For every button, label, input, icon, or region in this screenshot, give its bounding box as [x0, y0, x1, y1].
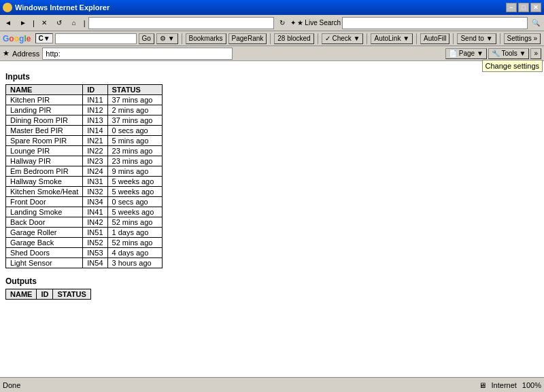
page-button[interactable]: 📄 Page ▼: [445, 48, 487, 59]
window-title: Windows Internet Explorer: [15, 3, 109, 12]
settings-button[interactable]: Settings »: [504, 33, 541, 44]
table-row: Spare Room PIRIN215 mins ago: [6, 136, 163, 146]
tools-more-button[interactable]: »: [530, 48, 541, 59]
cell-id: IN54: [83, 258, 107, 268]
cell-status: 52 mins ago: [107, 217, 162, 228]
cell-status: 23 mins ago: [107, 156, 162, 166]
search-options-button[interactable]: ⚙ ▼: [156, 33, 178, 44]
g-label: C▼: [35, 33, 52, 43]
go-button[interactable]: Go: [139, 33, 154, 44]
zoom-level: 100%: [522, 381, 541, 389]
separator-2: |: [84, 19, 86, 27]
sep5: [318, 33, 318, 44]
cell-status: 3 hours ago: [107, 258, 162, 268]
cell-id: IN24: [83, 166, 107, 177]
table-row: Master Bed PIRIN140 secs ago: [6, 126, 163, 136]
table-row: Back DoorIN4252 mins ago: [6, 217, 163, 228]
content-area[interactable]: Inputs NAME ID STATUS Kitchen PIRIN1137 …: [0, 61, 544, 377]
cell-name: Hallway PIR: [6, 156, 83, 166]
table-row: Landing PIRIN122 mins ago: [6, 105, 163, 115]
cell-id: IN53: [83, 248, 107, 258]
home-button[interactable]: ⌂: [67, 16, 81, 30]
cell-name: Garage Back: [6, 238, 83, 248]
sep4: [270, 33, 271, 44]
blocked-button[interactable]: 28 blocked: [274, 33, 313, 44]
cell-id: IN31: [83, 177, 107, 187]
cell-id: IN14: [83, 126, 107, 136]
col-id-header: ID: [83, 85, 107, 95]
title-bar-buttons[interactable]: − □ ✕: [506, 3, 541, 12]
forward-button[interactable]: ►: [16, 16, 30, 30]
pagerank-button[interactable]: PageRank: [228, 33, 267, 44]
status-right: 🖥 Internet 100%: [479, 381, 541, 389]
sep7: [416, 33, 417, 44]
cell-name: Lounge PIR: [6, 146, 83, 156]
maximize-button[interactable]: □: [518, 3, 529, 12]
separator-1: |: [33, 19, 35, 27]
cell-name: Em Bedroom PIR: [6, 166, 83, 177]
table-row: Garage RollerIN511 days ago: [6, 228, 163, 238]
google-search-input[interactable]: [55, 33, 137, 44]
cell-id: IN32: [83, 187, 107, 197]
status-bar: Done 🖥 Internet 100%: [0, 377, 544, 392]
table-row: Garage BackIN5252 mins ago: [6, 238, 163, 248]
cell-status: 9 mins ago: [107, 166, 162, 177]
stop-button[interactable]: ✕: [37, 16, 51, 30]
refresh-btn-2[interactable]: ↻: [275, 16, 289, 30]
sendto-button[interactable]: Send to ▼: [457, 33, 496, 44]
sep3: [182, 33, 182, 44]
cell-id: IN42: [83, 217, 107, 228]
refresh-button[interactable]: ↺: [52, 16, 66, 30]
cell-status: 5 weeks ago: [107, 177, 162, 187]
network-icon: 🖥: [479, 381, 486, 389]
address-line: ★ Address 📄 Page ▼ 🔧 Tools ▼ »: [0, 46, 544, 61]
check-button[interactable]: ✓ Check ▼: [322, 33, 364, 44]
search-button[interactable]: 🔍: [529, 16, 543, 30]
table-row: Light SensorIN543 hours ago: [6, 258, 163, 268]
cell-name: Front Door: [6, 197, 83, 207]
cell-name: Hallway Smoke: [6, 177, 83, 187]
url-input[interactable]: [42, 48, 233, 60]
cell-id: IN34: [83, 197, 107, 207]
search-bar[interactable]: [342, 17, 528, 29]
table-row: Shed DoorsIN534 days ago: [6, 248, 163, 258]
cell-id: IN51: [83, 228, 107, 238]
cell-id: IN12: [83, 105, 107, 115]
cell-id: IN23: [83, 156, 107, 166]
main-address-bar[interactable]: [88, 17, 274, 29]
out-col-status: STATUS: [53, 289, 90, 300]
table-row: Kitchen PIRIN1137 mins ago: [6, 95, 163, 105]
cell-name: Dining Room PIR: [6, 115, 83, 126]
inputs-table-header: NAME ID STATUS: [6, 85, 163, 95]
favorite-icon: ★: [3, 49, 10, 58]
sep8: [453, 33, 454, 44]
close-button[interactable]: ✕: [530, 3, 541, 12]
autolink-button[interactable]: AutoLink ▼: [371, 33, 413, 44]
cell-status: 5 weeks ago: [107, 187, 162, 197]
outputs-heading: Outputs: [5, 277, 539, 286]
bookmarks-button[interactable]: Bookmarks: [186, 33, 226, 44]
outputs-table-header: NAME ID STATUS: [6, 289, 91, 300]
cell-status: 0 secs ago: [107, 197, 162, 207]
col-name-header: NAME: [6, 85, 83, 95]
google-logo: Google: [3, 34, 31, 43]
cell-id: IN22: [83, 146, 107, 156]
cell-name: Shed Doors: [6, 248, 83, 258]
cell-name: Spare Room PIR: [6, 136, 83, 146]
back-button[interactable]: ◄: [1, 16, 15, 30]
cell-status: 5 weeks ago: [107, 207, 162, 217]
minimize-button[interactable]: −: [506, 3, 517, 12]
table-row: Front DoorIN340 secs ago: [6, 197, 163, 207]
out-col-name: NAME: [6, 289, 37, 300]
autofill-button[interactable]: AutoFill: [420, 33, 449, 44]
nav-toolbar: ◄ ► | ✕ ↺ ⌂ | ↻ ✦ ★ Live Search 🔍: [0, 15, 544, 31]
outputs-table: NAME ID STATUS: [5, 289, 91, 300]
table-row: Em Bedroom PIRIN249 mins ago: [6, 166, 163, 177]
tools-button[interactable]: 🔧 Tools ▼: [488, 48, 530, 59]
cell-id: IN21: [83, 136, 107, 146]
table-row: Hallway PIRIN2323 mins ago: [6, 156, 163, 166]
cell-status: 1 days ago: [107, 228, 162, 238]
cell-name: Kitchen Smoke/Heat: [6, 187, 83, 197]
internet-label: Internet: [492, 381, 517, 389]
cell-status: 2 mins ago: [107, 105, 162, 115]
